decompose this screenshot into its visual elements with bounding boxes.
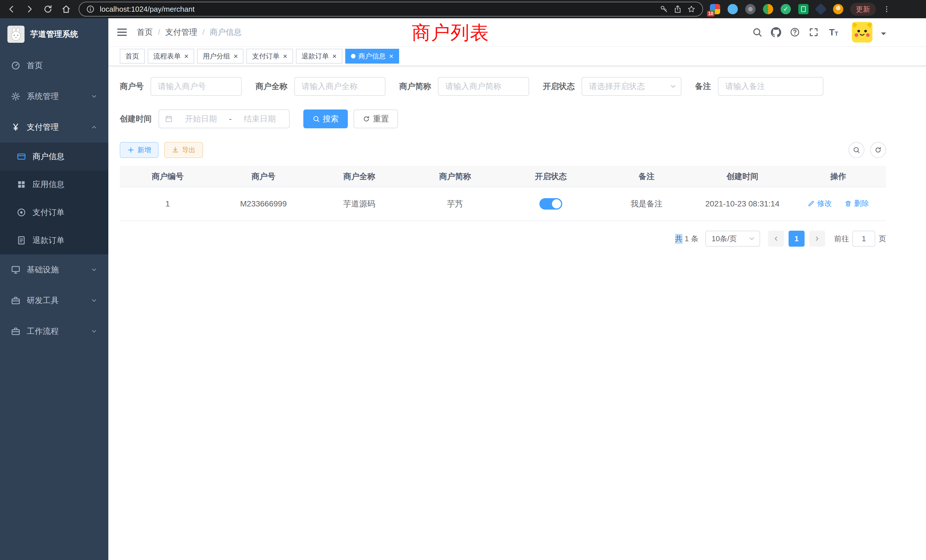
sidebar-item-pay-order[interactable]: 支付订单 bbox=[0, 198, 108, 226]
status-select[interactable]: 请选择开启状态 bbox=[582, 77, 681, 96]
sidebar-item-refund-order[interactable]: 退款订单 bbox=[0, 226, 108, 254]
extension-icon[interactable] bbox=[798, 4, 808, 14]
merchant-full-name-input[interactable] bbox=[294, 77, 386, 96]
extension-badge: 10 bbox=[707, 11, 714, 17]
merchant-short-name-input[interactable] bbox=[438, 77, 529, 96]
add-button[interactable]: 新增 bbox=[120, 142, 159, 158]
home-icon[interactable] bbox=[61, 3, 72, 15]
password-key-icon[interactable] bbox=[660, 5, 668, 14]
back-icon[interactable] bbox=[6, 3, 17, 15]
total-prefix: 共 bbox=[675, 234, 682, 244]
toolbox-icon bbox=[11, 296, 21, 306]
sidebar-item-label: 退款订单 bbox=[32, 235, 64, 246]
close-icon[interactable] bbox=[233, 53, 238, 60]
toggle-search-button[interactable] bbox=[849, 142, 864, 158]
bookmark-star-icon[interactable] bbox=[687, 5, 696, 14]
page-number-button[interactable]: 1 bbox=[788, 231, 805, 247]
close-icon[interactable] bbox=[389, 53, 393, 60]
close-icon[interactable] bbox=[333, 53, 337, 60]
cell-actions: 修改 删除 bbox=[790, 187, 886, 221]
sidebar-item-label: 基础设施 bbox=[27, 264, 59, 275]
sidebar-menu: 首页 系统管理 支付管理 商户信息 应用信息 bbox=[0, 50, 108, 347]
sidebar-item-infrastructure[interactable]: 基础设施 bbox=[0, 254, 108, 285]
github-icon[interactable] bbox=[771, 27, 781, 37]
search-button[interactable]: 搜索 bbox=[303, 109, 348, 128]
goto-page-input[interactable] bbox=[852, 231, 875, 247]
edit-link[interactable]: 修改 bbox=[807, 198, 832, 209]
question-icon[interactable] bbox=[790, 27, 800, 37]
tag-pay-order[interactable]: 支付订单 bbox=[246, 49, 293, 64]
reload-icon[interactable] bbox=[42, 3, 54, 15]
total-suffix: 条 bbox=[691, 234, 699, 244]
reset-button[interactable]: 重置 bbox=[354, 109, 398, 128]
remark-input[interactable] bbox=[718, 77, 823, 96]
next-page-button[interactable] bbox=[809, 231, 825, 247]
breadcrumb-separator bbox=[203, 28, 205, 37]
close-icon[interactable] bbox=[283, 53, 287, 60]
tag-process-form[interactable]: 流程表单 bbox=[148, 49, 194, 64]
page-content: 商户号 商户全称 商户简称 开启状态 请选择开启状态 bbox=[108, 66, 926, 560]
hamburger-icon[interactable] bbox=[117, 27, 128, 38]
sidebar-item-payment[interactable]: 支付管理 bbox=[0, 112, 108, 142]
create-time-range-picker[interactable]: 开始日期 - 结束日期 bbox=[159, 109, 290, 128]
extension-icon[interactable] bbox=[745, 4, 755, 14]
site-info-icon[interactable] bbox=[86, 5, 95, 14]
font-size-icon[interactable] bbox=[828, 28, 840, 37]
sidebar: 芋道管理系统 首页 系统管理 支付管理 商户信息 bbox=[0, 18, 108, 560]
target-icon bbox=[17, 207, 26, 217]
breadcrumb-separator bbox=[158, 28, 160, 37]
prev-page-button[interactable] bbox=[768, 231, 784, 247]
tag-refund-order[interactable]: 退款订单 bbox=[296, 49, 342, 64]
extension-icon[interactable] bbox=[728, 4, 738, 14]
toolbar-right bbox=[849, 142, 886, 158]
sidebar-item-home[interactable]: 首页 bbox=[0, 50, 108, 81]
column-header: 开启状态 bbox=[503, 166, 599, 187]
delete-link[interactable]: 删除 bbox=[844, 198, 869, 209]
tag-home[interactable]: 首页 bbox=[120, 49, 145, 64]
filter-remark: 备注 bbox=[695, 77, 823, 96]
column-header: 创建时间 bbox=[694, 166, 790, 187]
extension-icon[interactable]: 10 bbox=[710, 4, 720, 14]
cell-merchant-no: M233666999 bbox=[216, 187, 311, 221]
sidebar-item-dev-tools[interactable]: 研发工具 bbox=[0, 285, 108, 316]
tag-user-group[interactable]: 用户分组 bbox=[197, 49, 244, 64]
user-avatar[interactable] bbox=[852, 22, 872, 42]
forward-icon[interactable] bbox=[24, 3, 35, 15]
tag-label: 用户分组 bbox=[203, 51, 230, 61]
merchant-no-input[interactable] bbox=[151, 77, 242, 96]
table-toolbar: 新增 导出 bbox=[120, 142, 886, 158]
refresh-table-button[interactable] bbox=[870, 142, 886, 158]
download-icon bbox=[172, 146, 179, 154]
sidebar-item-merchant-info[interactable]: 商户信息 bbox=[0, 142, 108, 171]
fullscreen-icon[interactable] bbox=[808, 27, 819, 37]
search-icon[interactable] bbox=[752, 27, 763, 37]
column-header: 备注 bbox=[599, 166, 694, 187]
chevron-down-icon bbox=[91, 297, 97, 304]
sidebar-item-workflow[interactable]: 工作流程 bbox=[0, 316, 108, 347]
sidebar-logo[interactable]: 芋道管理系统 bbox=[0, 18, 108, 50]
close-icon[interactable] bbox=[184, 53, 188, 60]
avatar-dropdown-caret-icon[interactable] bbox=[881, 32, 886, 38]
tag-label: 支付订单 bbox=[252, 51, 279, 61]
extensions-area: 10 bbox=[710, 4, 843, 14]
yen-icon bbox=[11, 122, 21, 132]
extension-icon[interactable] bbox=[781, 4, 791, 14]
browser-profile-icon[interactable] bbox=[833, 4, 843, 14]
breadcrumb-item[interactable]: 首页 bbox=[137, 27, 153, 38]
sidebar-item-app-info[interactable]: 应用信息 bbox=[0, 171, 108, 198]
browser-menu-icon[interactable] bbox=[883, 3, 891, 15]
status-toggle[interactable] bbox=[539, 198, 562, 210]
tag-merchant-info[interactable]: 商户信息 bbox=[345, 49, 399, 64]
breadcrumb: 首页 支付管理 商户信息 bbox=[137, 27, 242, 38]
column-header: 商户号 bbox=[216, 166, 311, 187]
page-size-select[interactable]: 10条/页 bbox=[705, 231, 760, 247]
breadcrumb-item[interactable]: 支付管理 bbox=[165, 27, 197, 38]
export-button[interactable]: 导出 bbox=[164, 142, 203, 158]
extension-icon[interactable] bbox=[763, 4, 773, 14]
sidebar-item-system[interactable]: 系统管理 bbox=[0, 81, 108, 112]
browser-update-button[interactable]: 更新 bbox=[850, 3, 876, 16]
extension-icon[interactable] bbox=[815, 3, 827, 15]
address-bar[interactable]: localhost:1024/pay/merchant bbox=[79, 2, 703, 17]
share-icon[interactable] bbox=[673, 5, 682, 14]
column-header: 商户简称 bbox=[407, 166, 503, 187]
